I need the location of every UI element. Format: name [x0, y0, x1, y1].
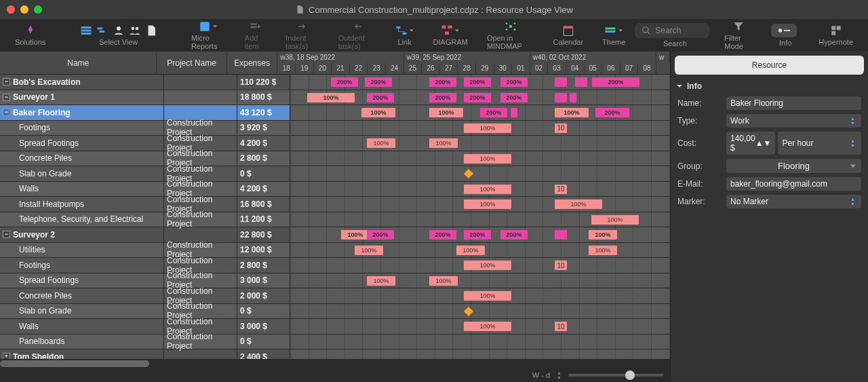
grid-body[interactable]: −Bob's Excavation110 220 $200%200%200%20… [0, 75, 670, 382]
marker-select[interactable]: No Marker▲▼ [726, 195, 861, 208]
search-input[interactable]: Search [635, 23, 709, 38]
gantt-bar[interactable]: 10 [555, 123, 567, 133]
gantt-bar[interactable]: 100% [429, 108, 463, 117]
gantt-bar[interactable]: 100% [429, 138, 458, 148]
timeline-cell[interactable] [290, 335, 670, 349]
task-row[interactable]: Spread FootingsConstruction Project4 200… [0, 136, 670, 151]
task-row[interactable]: Concrete PilesConstruction Project2 000 … [0, 288, 670, 304]
timeline-cell[interactable]: 100% [290, 288, 670, 303]
gantt-bar[interactable]: 100% [464, 123, 511, 133]
gantt-bar[interactable]: 200% [592, 77, 639, 87]
timeline-cell[interactable] [290, 304, 670, 319]
gantt-bar[interactable] [555, 230, 567, 240]
horizontal-scrollbar[interactable] [0, 359, 670, 368]
timeline-cell[interactable]: 100%100%200%100%200% [290, 105, 670, 120]
task-row[interactable]: PanelboardsConstruction Project0 $ [0, 335, 670, 350]
task-row[interactable]: Install HeatpumpsConstruction Project16 … [0, 197, 670, 212]
gantt-bar[interactable]: 100% [555, 108, 589, 117]
outdent-button[interactable]: Outdent task(s) [329, 19, 386, 52]
gantt-bar[interactable]: 100% [456, 246, 485, 255]
gantt-bar[interactable]: 100% [591, 215, 639, 225]
hypernote-button[interactable]: Hypernote [809, 23, 863, 47]
gantt-bar[interactable]: 200% [331, 77, 358, 87]
email-field[interactable]: baker_flooring@gmail.com [726, 177, 861, 191]
mindmap-button[interactable]: Open in MINDMAP [477, 19, 544, 52]
gantt-bar[interactable]: 200% [464, 77, 491, 87]
gantt-bar[interactable]: 100% [464, 261, 511, 270]
gantt-bar[interactable] [555, 77, 567, 87]
gantt-bar[interactable]: 100% [367, 276, 395, 286]
column-expenses[interactable]: Expenses [227, 52, 278, 74]
gantt-bar[interactable]: 100% [464, 154, 511, 164]
gantt-bar[interactable]: 100% [367, 138, 395, 148]
task-row[interactable]: Telephone, Security, and ElectricalConst… [0, 212, 670, 228]
gantt-bar[interactable]: 100% [555, 199, 602, 209]
minimize-window[interactable] [20, 5, 28, 14]
gantt-bar[interactable] [511, 108, 517, 117]
column-name[interactable]: Name [0, 52, 157, 74]
gantt-bar[interactable]: 200% [429, 93, 456, 102]
task-row[interactable]: Concrete PilesConstruction Project2 800 … [0, 151, 670, 167]
resource-row[interactable]: −Baker Flooring43 120 $100%100%200%100%2… [0, 105, 670, 121]
gantt-bar[interactable]: 100% [464, 199, 511, 209]
calendar-button[interactable]: Calendar [543, 23, 593, 47]
diagram-button[interactable]: DIAGRAM [424, 23, 477, 47]
cost-unit-select[interactable]: Per hour▲▼ [778, 132, 861, 155]
link-button[interactable]: Link [386, 23, 424, 47]
gantt-bar[interactable]: 200% [429, 230, 456, 240]
gantt-bar[interactable]: 100% [361, 108, 395, 117]
milestone-diamond[interactable] [464, 169, 473, 178]
gantt-bar[interactable]: 10 [555, 261, 567, 270]
gantt-bar[interactable]: 100% [589, 230, 617, 240]
add-item-button[interactable]: Add item [235, 19, 276, 52]
timeline-cell[interactable]: 100% [290, 212, 670, 227]
tab-resource[interactable]: Resource [675, 56, 864, 75]
info-button[interactable]: Info [762, 22, 809, 48]
timeline-cell[interactable]: 200%200%200%200%200%200% [290, 75, 670, 90]
theme-button[interactable]: Theme [593, 23, 635, 47]
micro-reports-button[interactable]: Micro Reports [182, 19, 235, 52]
gantt-bar[interactable]: 200% [595, 108, 629, 117]
select-view-button[interactable]: Select View [71, 23, 167, 47]
timeline-cell[interactable]: 100%100% [290, 197, 670, 212]
expand-toggle[interactable]: − [3, 231, 10, 238]
close-window[interactable] [7, 5, 15, 14]
solutions-button[interactable]: Solutions [5, 23, 55, 47]
timeline-cell[interactable]: 100%100%100% [290, 243, 670, 258]
gantt-bar[interactable]: 200% [367, 93, 394, 102]
gantt-bar[interactable]: 200% [480, 108, 507, 117]
task-row[interactable]: UtilitiesConstruction Project12 000 $100… [0, 243, 670, 259]
task-row[interactable]: FootingsConstruction Project2 800 $100%1… [0, 258, 670, 273]
gantt-bar[interactable]: 200% [464, 230, 491, 240]
type-select[interactable]: Work▲▼ [726, 114, 861, 128]
resource-row[interactable]: −Surveyor 222 800 $100%200%200%200%200%1… [0, 227, 670, 243]
timeline-cell[interactable]: 100%100% [290, 136, 670, 151]
expand-toggle[interactable]: − [3, 94, 10, 101]
gantt-bar[interactable]: 200% [500, 93, 528, 102]
timeline-cell[interactable]: 100% [290, 151, 670, 166]
milestone-diamond[interactable] [464, 306, 473, 316]
maximize-window[interactable] [34, 5, 42, 14]
column-project[interactable]: Project Name [157, 52, 226, 74]
resource-row[interactable]: −Surveyor 118 800 $100%200%200%200%200% [0, 90, 670, 106]
gantt-bar[interactable]: 100% [464, 185, 511, 194]
section-info[interactable]: Info [671, 79, 868, 94]
name-field[interactable]: Baker Flooring [726, 96, 861, 110]
timeline-cell[interactable]: 100%10 [290, 258, 670, 273]
task-row[interactable]: Slab on GradeConstruction Project0 $ [0, 166, 670, 182]
timeline-cell[interactable]: 100%10 [290, 319, 670, 334]
gantt-bar[interactable]: 200% [365, 77, 392, 87]
gantt-bar[interactable]: 200% [500, 230, 528, 240]
expand-toggle[interactable]: − [3, 109, 10, 116]
gantt-bar[interactable]: 200% [500, 77, 528, 87]
gantt-bar[interactable]: 10 [555, 185, 567, 194]
gantt-bar[interactable]: 100% [589, 246, 617, 255]
timeline-cell[interactable] [290, 166, 670, 181]
gantt-bar[interactable]: 100% [464, 322, 511, 331]
gantt-bar[interactable]: 10 [555, 322, 567, 331]
timeline-cell[interactable]: 100%10 [290, 121, 670, 136]
resource-row[interactable]: −Bob's Excavation110 220 $200%200%200%20… [0, 75, 670, 90]
timeline-cell[interactable]: 100%100% [290, 273, 670, 288]
task-row[interactable]: WallsConstruction Project4 200 $100%10 [0, 182, 670, 197]
filter-button[interactable]: Filter Mode [715, 19, 762, 52]
